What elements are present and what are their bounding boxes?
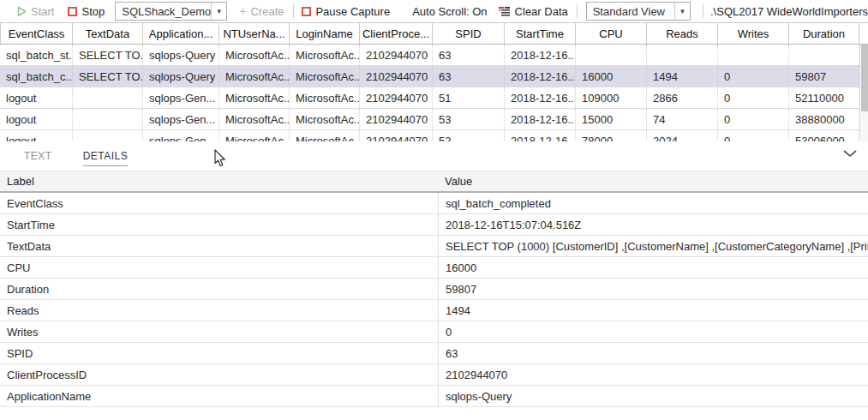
details-row[interactable]: Duration59807 — [0, 279, 868, 300]
table-cell: logout — [0, 130, 73, 141]
table-cell: MicrosoftAc... — [290, 130, 360, 141]
details-row[interactable]: StartTime2018-12-16T15:07:04.516Z — [0, 214, 868, 236]
pause-capture-button[interactable]: Pause Capture — [302, 5, 390, 18]
table-cell: MicrosoftAc... — [219, 66, 290, 87]
details-row[interactable]: CPU16000 — [0, 257, 868, 279]
table-cell: SELECT TO... — [73, 45, 143, 65]
table-row[interactable]: logoutsqlops-Gen...MicrosoftAc...Microso… — [0, 130, 859, 141]
table-cell: 2018-12-16... — [505, 45, 576, 65]
session-dropdown-value: SQLShack_Demo — [122, 5, 211, 18]
details-row[interactable]: Reads1494 — [0, 300, 868, 321]
details-value-column-header[interactable]: Value — [438, 171, 868, 191]
column-header-spid[interactable]: SPID — [433, 23, 505, 44]
table-row[interactable]: sql_batch_st...SELECT TO...sqlops-QueryM… — [0, 45, 859, 66]
details-row[interactable]: TextDataSELECT TOP (1000) [CustomerID] ,… — [0, 236, 868, 257]
column-header-application[interactable]: Application... — [143, 23, 219, 44]
table-cell: sql_batch_c... — [0, 66, 73, 87]
collapse-panel-chevron-icon[interactable] — [842, 149, 858, 158]
table-row[interactable]: logoutsqlops-Gen...MicrosoftAc...Microso… — [0, 109, 859, 130]
start-button[interactable]: Start — [17, 5, 54, 18]
vertical-scrollbar[interactable] — [859, 45, 868, 141]
column-header-loginname[interactable]: LoginName — [290, 23, 360, 44]
events-grid: sql_batch_st...SELECT TO...sqlops-QueryM… — [0, 45, 868, 141]
table-cell: 0 — [718, 130, 789, 141]
details-row-value: 59807 — [438, 279, 868, 299]
details-row[interactable]: ApplicationNamesqlops-Query — [0, 386, 868, 407]
clear-data-icon — [498, 6, 511, 17]
column-header-cpu[interactable]: CPU — [576, 23, 647, 44]
column-header-starttime[interactable]: StartTime — [505, 23, 576, 44]
column-header-ntuserna[interactable]: NTUserNa... — [219, 23, 290, 44]
clear-data-button[interactable]: Clear Data — [498, 5, 568, 18]
table-cell: 53006000 — [789, 130, 859, 141]
table-cell: MicrosoftAc... — [219, 130, 290, 141]
table-cell: 109000 — [576, 87, 647, 108]
chevron-down-icon: ▼ — [674, 3, 690, 20]
table-cell: 78000 — [576, 130, 647, 141]
details-row[interactable]: ClientProcessID2102944070 — [0, 364, 868, 386]
table-cell: 2102944070 — [360, 109, 433, 129]
table-cell — [718, 45, 789, 65]
column-header-writes[interactable]: Writes — [718, 23, 789, 44]
table-cell: 53 — [433, 109, 505, 129]
details-row-label: Reads — [0, 300, 438, 321]
column-header-clientproce[interactable]: ClientProce... — [360, 23, 433, 44]
stop-label: Stop — [81, 5, 105, 18]
play-icon — [17, 6, 27, 17]
column-header-reads[interactable]: Reads — [647, 23, 718, 44]
details-rows-container: EventClasssql_batch_completedStartTime20… — [0, 193, 868, 407]
table-cell: 59807 — [789, 66, 859, 87]
session-dropdown[interactable]: SQLShack_Demo ▼ — [115, 2, 227, 21]
table-cell: MicrosoftAc... — [290, 66, 360, 87]
column-header-duration[interactable]: Duration — [789, 23, 859, 44]
table-row[interactable]: logoutsqlops-Gen...MicrosoftAc...Microso… — [0, 87, 859, 109]
details-row-label: SPID — [0, 343, 438, 363]
table-cell: 2018-12-16... — [505, 87, 576, 108]
pause-capture-icon — [302, 7, 311, 16]
details-panel-tabbar: TEXT DETAILS — [0, 141, 868, 171]
create-label: Create — [250, 5, 284, 18]
pause-capture-label: Pause Capture — [315, 5, 390, 18]
plus-icon: + — [239, 4, 246, 18]
grid-header: EventClassTextDataApplication...NTUserNa… — [0, 22, 868, 45]
tab-text[interactable]: TEXT — [24, 150, 52, 162]
stop-button[interactable]: Stop — [68, 5, 105, 18]
details-row-label: CPU — [0, 257, 438, 278]
details-row-label: Duration — [0, 279, 438, 299]
details-row-label: Writes — [0, 321, 438, 342]
details-row-value: SELECT TOP (1000) [CustomerID] ,[Custome… — [438, 236, 868, 256]
tab-details[interactable]: DETAILS — [83, 150, 129, 166]
table-cell: sqlops-Gen... — [143, 109, 219, 129]
clear-data-label: Clear Data — [515, 5, 568, 18]
details-row[interactable]: SPID63 — [0, 343, 868, 364]
table-cell — [647, 45, 718, 65]
create-button[interactable]: + Create — [239, 4, 284, 18]
details-row-label: StartTime — [0, 214, 438, 235]
table-cell: 74 — [647, 109, 718, 129]
view-dropdown[interactable]: Standard View ▼ — [586, 2, 691, 21]
details-row[interactable]: Writes0 — [0, 321, 868, 343]
scrollbar-thumb[interactable] — [861, 45, 868, 111]
table-cell: 2102944070 — [360, 66, 433, 87]
table-cell: sqlops-Query — [143, 45, 219, 65]
details-row[interactable]: EventClasssql_batch_completed — [0, 193, 868, 214]
table-cell: 2024 — [647, 130, 718, 141]
column-header-textdata[interactable]: TextData — [73, 23, 143, 44]
toolbar-divider — [577, 4, 578, 18]
column-header-eventclass[interactable]: EventClass — [0, 23, 73, 44]
details-label-column-header[interactable]: Label — [0, 171, 438, 191]
table-cell: 2102944070 — [360, 45, 433, 65]
table-cell: 51 — [433, 87, 505, 108]
table-cell: 0 — [718, 109, 789, 129]
table-cell — [576, 45, 647, 65]
server-name: .\SQL2017 WideWorldImporters — [710, 5, 868, 18]
profiler-toolbar: Start Stop SQLShack_Demo ▼ + Create Paus… — [0, 0, 868, 22]
table-row-selected[interactable]: sql_batch_c...SELECT TO...sqlops-QueryMi… — [0, 66, 859, 87]
details-row-value: 1494 — [438, 300, 868, 321]
auto-scroll-status[interactable]: Auto Scroll: On — [412, 5, 487, 18]
details-row-value: 16000 — [438, 257, 868, 278]
details-row-value: sqlops-Query — [438, 386, 868, 406]
details-row-value: 0 — [438, 321, 868, 342]
table-cell: 0 — [718, 87, 789, 108]
toolbar-divider — [703, 4, 703, 18]
